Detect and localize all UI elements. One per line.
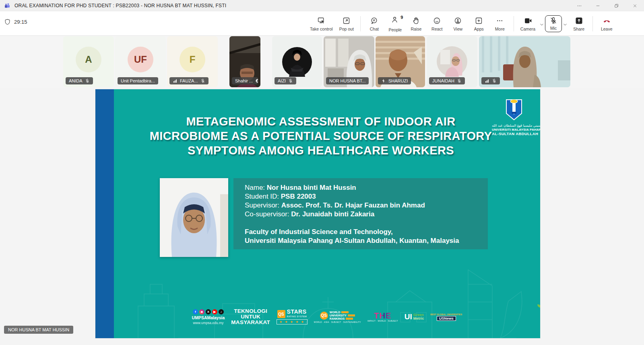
participant-tile-active-speaker[interactable] xyxy=(479,36,570,87)
participant-name-tag: Unit Pentadbira... xyxy=(118,77,158,84)
qs-world-rankings-logo: QS WORLD UNIVERSITY RANKINGS WORLD · ASI… xyxy=(314,311,361,323)
mic-muted-icon xyxy=(85,78,90,83)
participant-name-tag: SHARUZI xyxy=(378,77,411,84)
toolbar-divider xyxy=(360,16,361,31)
pop-out-label: Pop out xyxy=(339,27,354,31)
tiktok-icon: ♪ xyxy=(219,309,224,314)
mic-muted-icon xyxy=(457,78,462,83)
participant-name-tag: ANIDA xyxy=(66,77,93,84)
meeting-timer: 29:15 xyxy=(4,18,27,25)
meeting-timer-value: 29:15 xyxy=(14,19,27,25)
umpsa-name-line2: AL-SULTAN ABDULLAH xyxy=(492,131,536,136)
camera-icon xyxy=(524,16,532,25)
volume-level-icon xyxy=(485,78,489,83)
info-supervisor-line: Supervisor: Assoc. Prof. Ts. Dr. Hajar F… xyxy=(245,201,488,210)
presenter-name-tag: NOR HUSNA BT MAT HUSSIN xyxy=(4,326,73,334)
take-control-label: Take control xyxy=(310,27,333,31)
shield-icon xyxy=(4,18,11,25)
slogan: TEKNOLOGI UNTUK MASYARAKAT xyxy=(231,308,270,325)
window-titlebar: ORAL EXAMINATION FOR PHD STUDENT : PSB22… xyxy=(0,0,644,11)
mic-label: Mic xyxy=(550,26,557,31)
apps-label: Apps xyxy=(474,27,484,31)
people-icon xyxy=(391,16,399,24)
raise-label: Raise xyxy=(411,27,421,31)
share-button[interactable]: Share xyxy=(568,15,589,33)
slide-footer-logos: f ◙ X ▶ ♪ UMPSAMalaysia www.umpsa.edu.my… xyxy=(114,307,540,327)
view-label: View xyxy=(454,27,463,31)
window-title: ORAL EXAMINATION FOR PHD STUDENT : PSB22… xyxy=(14,3,226,8)
umpsa-jawi-text: اونيۏرسيتي مليسيا ڤهڠ السلطان عبد الله xyxy=(492,123,536,128)
chat-icon xyxy=(370,16,378,25)
teams-meeting-window: ORAL EXAMINATION FOR PHD STUDENT : PSB22… xyxy=(0,0,644,345)
mic-button[interactable]: Mic xyxy=(545,15,562,32)
facebook-icon: f xyxy=(193,309,198,314)
participant-tile-nor-husna[interactable]: NOR HUSNA BT... xyxy=(324,36,374,87)
people-button[interactable]: 9 People xyxy=(385,14,406,34)
info-cosupervisor-line: Co-supervisor: Dr. Junaidah binti Zakari… xyxy=(245,210,488,219)
participant-name-tag: Shahir ... xyxy=(232,77,258,84)
mic-options-chevron[interactable] xyxy=(563,21,568,26)
apps-plus-icon xyxy=(475,16,483,25)
qs-stars-rating: ★ ★ ★ ★ ★ xyxy=(277,319,308,324)
participant-tile-junaidah[interactable]: JUNAIDAH xyxy=(427,36,477,87)
take-control-button[interactable]: Take control xyxy=(307,15,336,33)
pop-out-button[interactable]: Pop out xyxy=(336,15,357,33)
participant-name-tag: AIZI xyxy=(275,77,296,84)
participant-tile-fauza[interactable]: F FAUZA... xyxy=(167,36,218,87)
apps-button[interactable]: Apps xyxy=(469,15,489,33)
info-faculty-line1: Faculty of Industrial Science and Techno… xyxy=(245,228,488,236)
participant-tile-sharuzi[interactable]: SHARUZI xyxy=(376,36,425,87)
raise-hand-button[interactable]: Raise xyxy=(406,15,427,33)
ellipsis-icon xyxy=(495,16,504,25)
avatar: A xyxy=(76,47,101,72)
info-name-line: Name: Nor Husna binti Mat Hussin xyxy=(245,183,488,192)
react-button[interactable]: React xyxy=(427,15,448,33)
chat-label: Chat xyxy=(370,27,379,31)
window-close-button[interactable] xyxy=(625,0,644,11)
mic-muted-icon xyxy=(288,78,293,83)
x-icon: X xyxy=(206,309,211,314)
camera-button[interactable]: Camera xyxy=(517,15,539,33)
participant-tile-shahir[interactable]: Shahir ... xyxy=(229,36,260,87)
teams-app-icon xyxy=(4,2,10,9)
social-handle: UMPSAMalaysia xyxy=(192,315,225,320)
window-restore-button[interactable] xyxy=(607,0,625,11)
umpsa-name-line1: UNIVERSITI MALAYSIA PAHANG xyxy=(492,128,536,131)
participant-filmstrip: A ANIDA UF Unit Pentadbira... F FAUZA... xyxy=(0,36,644,88)
person-status-icon xyxy=(255,78,258,83)
leave-button[interactable]: Leave xyxy=(596,15,617,33)
participant-tile-aizi[interactable]: AIZI xyxy=(272,36,322,87)
view-button[interactable]: View xyxy=(448,15,469,33)
more-button[interactable]: More xyxy=(489,15,510,33)
the-rankings-logo: THE IMPACT · WORLD · SUBJECT xyxy=(367,312,398,322)
mic-muted-icon xyxy=(492,78,497,83)
info-id-line: Student ID: PSB 22003 xyxy=(245,192,488,201)
pop-out-icon xyxy=(342,16,351,25)
avatar: UF xyxy=(128,47,153,72)
participant-name-tag xyxy=(481,77,500,84)
smiley-icon xyxy=(433,16,441,25)
umpsa-logo: اونيۏرسيتي مليسيا ڤهڠ السلطان عبد الله U… xyxy=(492,98,536,136)
toolbar-divider xyxy=(514,16,514,31)
window-more-button[interactable] xyxy=(570,0,588,11)
chat-button[interactable]: Chat xyxy=(364,15,385,33)
student-photo xyxy=(160,178,228,257)
student-info-box: Name: Nor Husna binti Mat Hussin Student… xyxy=(233,178,488,249)
participant-tile-anida[interactable]: A ANIDA xyxy=(63,36,114,87)
more-label: More xyxy=(495,27,505,31)
meeting-toolbar: 29:15 Take control Pop out xyxy=(0,11,644,36)
participant-tile-unit-pentadbiran[interactable]: UF Unit Pentadbira... xyxy=(115,36,166,87)
share-label: Share xyxy=(573,27,584,31)
camera-options-chevron[interactable] xyxy=(539,21,544,26)
toolbar-divider xyxy=(592,16,593,31)
window-controls xyxy=(570,0,644,11)
leave-call-icon xyxy=(603,16,611,25)
react-label: React xyxy=(431,27,442,31)
window-minimize-button[interactable] xyxy=(588,0,607,11)
usnews-logo: BEST GLOBAL UNIVERSITIES USNews xyxy=(430,313,462,321)
mic-muted-icon xyxy=(200,78,205,83)
umpsa-shield-icon xyxy=(505,98,523,121)
slide-accent-stripe xyxy=(95,89,114,338)
leaf-icon xyxy=(537,304,540,308)
camera-label: Camera xyxy=(520,27,535,31)
